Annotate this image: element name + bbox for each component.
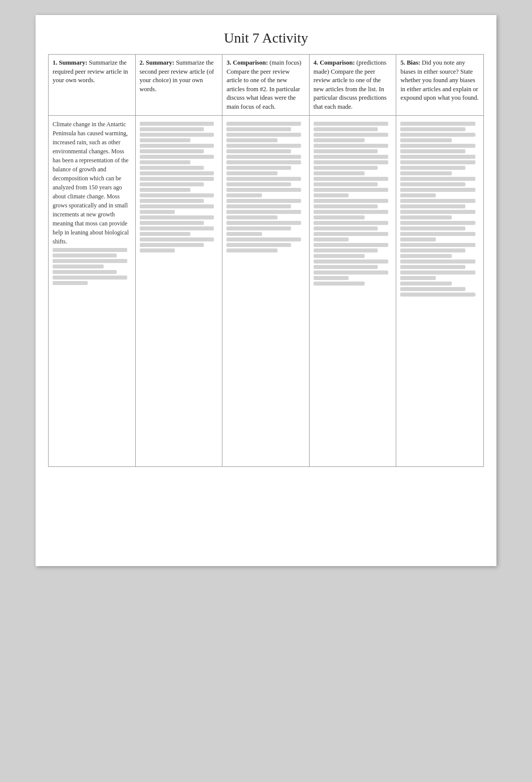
blurred-line: [140, 177, 214, 181]
blurred-line: [400, 199, 475, 203]
blurred-line: [314, 237, 349, 241]
blurred-line: [226, 232, 261, 236]
blurred-line: [226, 127, 291, 131]
blurred-line: [226, 122, 301, 126]
blurred-line: [53, 265, 104, 269]
blurred-line: [226, 199, 301, 203]
blurred-line: [140, 149, 204, 153]
blurred-line: [226, 133, 301, 137]
content-cell-4: [310, 116, 397, 466]
header-cell-3: 3. Comparison: (main focus) Compare the …: [222, 55, 310, 115]
col3-blurred-section: [226, 122, 305, 252]
blurred-line: [53, 276, 127, 280]
content-cell-2: [136, 116, 223, 466]
blurred-line: [400, 237, 436, 241]
blurred-line: [226, 182, 291, 186]
blurred-line: [400, 271, 475, 275]
blurred-line: [140, 188, 191, 192]
blurred-line: [140, 199, 204, 203]
blurred-line: [314, 199, 388, 203]
content-cell-3: [222, 116, 310, 466]
blurred-line: [226, 226, 291, 230]
blurred-line: [140, 226, 214, 230]
blurred-line: [400, 282, 451, 286]
blurred-line: [314, 226, 378, 230]
blurred-line: [400, 215, 451, 219]
blurred-line: [226, 248, 278, 252]
blurred-line: [400, 171, 451, 175]
col-num-3: 3.: [226, 59, 231, 66]
blurred-line: [400, 122, 475, 126]
blurred-line: [400, 293, 475, 297]
blurred-line: [400, 149, 465, 153]
col4-blurred-section: [314, 122, 392, 286]
blurred-line: [226, 215, 278, 219]
col-num-5: 5.: [400, 59, 405, 66]
blurred-line: [226, 193, 261, 197]
blurred-line: [226, 149, 291, 153]
blurred-line: [400, 221, 475, 225]
blurred-line: [314, 282, 365, 286]
blurred-line: [400, 182, 465, 186]
col1-readable-text: Climate change in the Antartic Peninsula…: [53, 120, 131, 246]
blurred-line: [400, 133, 475, 137]
blurred-line: [314, 232, 388, 236]
blurred-line: [314, 254, 365, 258]
col-subheading-3: (main focus) Compare the peer review art…: [226, 59, 301, 110]
blurred-line: [400, 160, 475, 164]
col-heading-2: Summary:: [146, 59, 174, 66]
col-num-1: 1.: [53, 59, 57, 66]
header-cell-1: 1. Summary: Summarize the required peer …: [49, 55, 136, 115]
blurred-line: [314, 160, 388, 164]
page: Unit 7 Activity 1. Summary: Summarize th…: [36, 15, 496, 566]
blurred-line: [314, 271, 388, 275]
blurred-line: [140, 248, 175, 252]
blurred-line: [53, 259, 127, 263]
blurred-line: [400, 188, 475, 192]
content-row: Climate change in the Antartic Peninsula…: [49, 116, 483, 466]
blurred-line: [400, 166, 465, 170]
blurred-line: [314, 265, 378, 269]
blurred-line: [314, 221, 388, 225]
activity-table: 1. Summary: Summarize the required peer …: [48, 54, 484, 467]
blurred-line: [53, 248, 127, 252]
blurred-line: [140, 193, 214, 197]
blurred-line: [314, 144, 388, 148]
blurred-line: [226, 171, 278, 175]
blurred-line: [400, 276, 436, 280]
blurred-line: [314, 182, 378, 186]
blurred-line: [314, 259, 388, 264]
blurred-line: [226, 237, 301, 241]
blurred-line: [314, 155, 388, 159]
blurred-line: [226, 166, 291, 170]
blurred-line: [400, 204, 465, 208]
blurred-line: [226, 144, 301, 148]
blurred-line: [140, 166, 204, 170]
blurred-line: [226, 210, 301, 214]
blurred-line: [400, 259, 475, 264]
col-num-2: 2.: [140, 59, 144, 66]
blurred-line: [140, 133, 214, 137]
blurred-line: [140, 182, 204, 186]
blurred-line: [140, 171, 214, 175]
blurred-line: [314, 122, 388, 126]
blurred-line: [314, 215, 365, 219]
blurred-line: [53, 253, 117, 257]
blurred-line: [140, 122, 214, 126]
blurred-line: [226, 177, 301, 181]
header-cell-5: 5. Bias: Did you note any biases in eith…: [396, 55, 483, 115]
blurred-line: [314, 127, 378, 131]
header-row: 1. Summary: Summarize the required peer …: [49, 55, 483, 116]
blurred-line: [140, 127, 204, 131]
blurred-line: [226, 155, 301, 159]
blurred-line: [226, 188, 301, 192]
blurred-line: [400, 287, 465, 291]
blurred-line: [140, 144, 214, 148]
header-cell-4: 4. Comparison: (predictions made) Compar…: [310, 55, 397, 115]
blurred-line: [400, 243, 475, 247]
header-cell-2: 2. Summary: Summarize the second peer re…: [136, 55, 223, 115]
blurred-line: [400, 193, 436, 197]
blurred-line: [400, 155, 475, 159]
blurred-line: [314, 138, 365, 142]
blurred-line: [400, 127, 465, 131]
